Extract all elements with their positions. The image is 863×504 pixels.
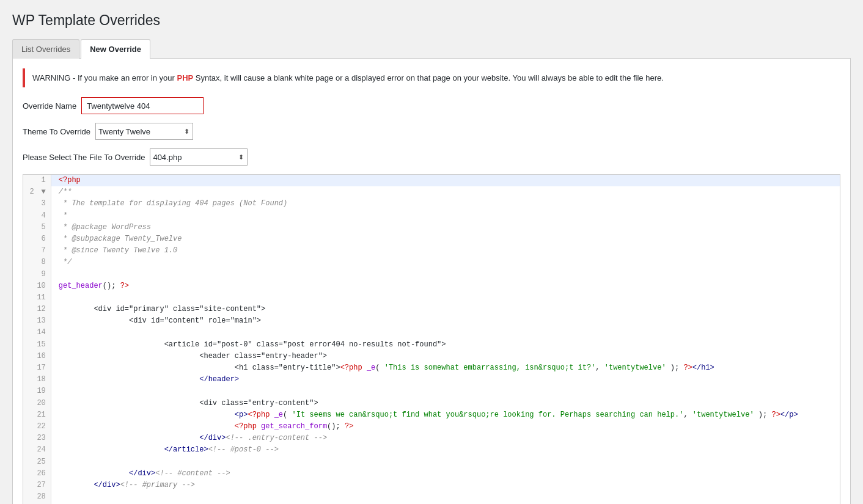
content-area: WARNING - If you make an error in your P… (12, 59, 851, 504)
line-code (51, 269, 840, 280)
line-code: </article><!-- #post-0 --> (51, 444, 840, 456)
line-code: <h1 class="entry-title"><?php _e( 'This … (51, 362, 840, 374)
line-code: */ (51, 257, 840, 268)
line-number: 2 ▼ (23, 186, 51, 198)
table-row: 1<?php (23, 175, 840, 186)
line-number: 19 (23, 385, 51, 397)
code-table: 1<?php2 ▼/**3 * The template for display… (23, 175, 840, 504)
table-row: 3 * The template for displaying 404 page… (23, 198, 840, 210)
table-row: 19 (23, 385, 840, 397)
line-number: 20 (23, 398, 51, 409)
line-code: <?php (51, 175, 840, 186)
theme-select-wrap: Twenty Twelve (95, 123, 193, 140)
line-code (51, 327, 840, 338)
page-title: WP Template Overrides (12, 12, 851, 29)
table-row: 4 * (23, 210, 840, 222)
table-row: 8 */ (23, 257, 840, 268)
line-number: 8 (23, 257, 51, 268)
line-code: </div><!-- #content --> (51, 468, 840, 480)
line-number: 17 (23, 362, 51, 374)
table-row: 13 <div id="content" role="main"> (23, 315, 840, 327)
table-row: 23 </div><!-- .entry-content --> (23, 433, 840, 444)
line-number: 3 (23, 198, 51, 210)
line-number: 13 (23, 315, 51, 327)
line-code: <div id="primary" class="site-content"> (51, 304, 840, 315)
table-row: 16 <header class="entry-header"> (23, 351, 840, 362)
file-select-row: Please Select The File To Override 404.p… (23, 148, 840, 166)
theme-override-label: Theme To Override (23, 127, 90, 136)
override-name-label: Override Name (23, 101, 76, 111)
line-code: * The template for displaying 404 pages … (51, 198, 840, 210)
line-number: 9 (23, 269, 51, 280)
tab-bar: List Overrides New Override (12, 38, 851, 59)
line-number: 12 (23, 304, 51, 315)
table-row: 22 <?php get_search_form(); ?> (23, 421, 840, 433)
line-code (51, 385, 840, 397)
table-row: 14 (23, 327, 840, 338)
line-number: 11 (23, 292, 51, 304)
line-code: </div><!-- .entry-content --> (51, 433, 840, 444)
line-code: <div class="entry-content"> (51, 398, 840, 409)
tab-new-override[interactable]: New Override (81, 39, 150, 59)
fold-arrow[interactable]: ▼ (39, 186, 46, 198)
line-code (51, 456, 840, 468)
table-row: 21 <p><?php _e( 'It seems we can&rsquo;t… (23, 409, 840, 421)
line-code: * (51, 210, 840, 222)
line-number: 5 (23, 222, 51, 233)
table-row: 12 <div id="primary" class="site-content… (23, 304, 840, 315)
line-number: 4 (23, 210, 51, 222)
line-number: 1 (23, 175, 51, 186)
table-row: 28 (23, 491, 840, 503)
table-row: 2 ▼/** (23, 186, 840, 198)
line-number: 16 (23, 351, 51, 362)
table-row: 20 <div class="entry-content"> (23, 398, 840, 409)
warning-text-prefix: WARNING - If you make an error in your (32, 73, 177, 82)
line-code: <p><?php _e( 'It seems we can&rsquo;t fi… (51, 409, 840, 421)
line-number: 6 (23, 233, 51, 245)
line-code: * @subpackage Twenty_Twelve (51, 233, 840, 245)
line-number: 18 (23, 374, 51, 385)
line-code (51, 491, 840, 503)
table-row: 18 </header> (23, 374, 840, 385)
line-number: 24 (23, 444, 51, 456)
line-code: </header> (51, 374, 840, 385)
table-row: 15 <article id="post-0" class="post erro… (23, 339, 840, 351)
line-number: 14 (23, 327, 51, 338)
file-select[interactable]: 404.php (150, 148, 248, 166)
line-code: /** (51, 186, 840, 198)
warning-text-suffix: Syntax, it will cause a blank white page… (193, 73, 664, 82)
line-number: 23 (23, 433, 51, 444)
table-row: 17 <h1 class="entry-title"><?php _e( 'Th… (23, 362, 840, 374)
line-number: 7 (23, 245, 51, 257)
warning-box: WARNING - If you make an error in your P… (23, 68, 840, 87)
code-editor[interactable]: 1<?php2 ▼/**3 * The template for display… (23, 174, 840, 504)
line-number: 21 (23, 409, 51, 421)
file-select-label: Please Select The File To Override (23, 153, 145, 162)
line-number: 15 (23, 339, 51, 351)
line-code: * @package WordPress (51, 222, 840, 233)
table-row: 25 (23, 456, 840, 468)
table-row: 11 (23, 292, 840, 304)
line-number: 22 (23, 421, 51, 433)
line-number: 27 (23, 480, 51, 491)
warning-php-text: PHP (177, 73, 193, 82)
table-row: 10get_header(); ?> (23, 280, 840, 292)
table-row: 6 * @subpackage Twenty_Twelve (23, 233, 840, 245)
theme-override-row: Theme To Override Twenty Twelve (23, 123, 840, 140)
table-row: 26 </div><!-- #content --> (23, 468, 840, 480)
table-row: 7 * @since Twenty Twelve 1.0 (23, 245, 840, 257)
table-row: 24 </article><!-- #post-0 --> (23, 444, 840, 456)
tab-list-overrides[interactable]: List Overrides (12, 39, 79, 59)
line-code: <?php get_search_form(); ?> (51, 421, 840, 433)
page-wrapper: WP Template Overrides List Overrides New… (0, 0, 863, 504)
line-code: <header class="entry-header"> (51, 351, 840, 362)
line-code: get_header(); ?> (51, 280, 840, 292)
line-code: <div id="content" role="main"> (51, 315, 840, 327)
line-number: 26 (23, 468, 51, 480)
theme-select[interactable]: Twenty Twelve (95, 123, 193, 140)
line-code (51, 292, 840, 304)
file-select-wrap: 404.php (150, 148, 248, 166)
line-code: </div><!-- #primary --> (51, 480, 840, 491)
override-name-input[interactable] (81, 97, 204, 114)
line-code: * @since Twenty Twelve 1.0 (51, 245, 840, 257)
